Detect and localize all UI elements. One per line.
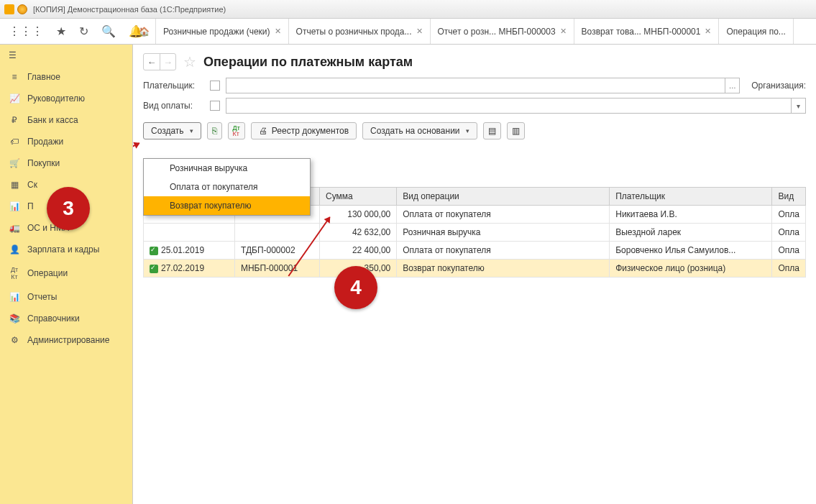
col-header-op[interactable]: Вид операции bbox=[397, 188, 610, 206]
filter-payer-field[interactable] bbox=[226, 78, 725, 93]
menu-item-label: Розничная выручка bbox=[170, 163, 247, 173]
app-dropdown-icon[interactable] bbox=[17, 4, 27, 14]
back-button[interactable]: ← bbox=[144, 54, 160, 70]
hierarchy-button[interactable]: ▤ bbox=[483, 122, 501, 139]
sidebar-label: Руководителю bbox=[27, 93, 85, 104]
cell-sum: 22 400,00 bbox=[319, 242, 396, 260]
sidebar-item-operations[interactable]: ДтКтОперации bbox=[0, 260, 132, 286]
sidebar-item-admin[interactable]: ⚙Администрирование bbox=[0, 329, 132, 351]
filter-paytype-checkbox[interactable] bbox=[210, 101, 220, 111]
sidebar-item-bank[interactable]: ₽Банк и касса bbox=[0, 109, 132, 131]
sidebar-burger[interactable]: ☰ bbox=[0, 45, 132, 66]
cell-sum: 42 632,00 bbox=[319, 224, 396, 242]
tab-4[interactable]: Операция по... bbox=[719, 19, 793, 44]
sidebar-label: Ск bbox=[27, 180, 37, 190]
annotation-marker-3: 3 bbox=[47, 187, 90, 230]
filter-payer-input[interactable]: … bbox=[226, 78, 740, 93]
tab-2[interactable]: Отчет о розн... МНБП-000003✕ bbox=[431, 19, 574, 44]
registry-label: Реестр документов bbox=[272, 126, 349, 136]
ellipsis-icon[interactable]: … bbox=[725, 78, 739, 93]
favorite-star-icon[interactable]: ☆ bbox=[183, 53, 196, 70]
sidebar-label: Справочники bbox=[27, 313, 80, 324]
cell-op: Оплата от покупателя bbox=[397, 242, 610, 260]
filter-payer-checkbox[interactable] bbox=[210, 81, 220, 91]
sidebar: ☰ ≡Главное 📈Руководителю ₽Банк и касса 🏷… bbox=[0, 45, 133, 504]
list-button[interactable]: ▥ bbox=[507, 122, 525, 139]
tab-0[interactable]: Розничные продажи (чеки)✕ bbox=[156, 19, 289, 44]
sidebar-item-purchases[interactable]: 🛒Покупки bbox=[0, 152, 132, 174]
window-title: [КОПИЯ] Демонстрационная база (1С:Предпр… bbox=[33, 5, 226, 14]
action-bar: Создать▾ ⎘ ДтКт 🖨Реестр документов Созда… bbox=[133, 118, 816, 144]
history-icon[interactable]: ↻ bbox=[79, 24, 88, 38]
registry-button[interactable]: 🖨Реестр документов bbox=[251, 122, 357, 139]
sidebar-item-manager[interactable]: 📈Руководителю bbox=[0, 88, 132, 109]
sidebar-label: Отчеты bbox=[27, 292, 57, 302]
tab-home[interactable]: 🏠 bbox=[133, 19, 156, 44]
forward-button[interactable]: → bbox=[160, 54, 175, 70]
page-title: Операции по платежным картам bbox=[203, 55, 413, 70]
cell-date bbox=[144, 224, 235, 242]
sidebar-label: Администрирование bbox=[27, 335, 109, 345]
person-icon: 👤 bbox=[9, 244, 20, 255]
cell-vid: Опла bbox=[772, 242, 806, 260]
create-based-button[interactable]: Создать на основании▾ bbox=[362, 122, 477, 139]
star-icon[interactable]: ★ bbox=[56, 24, 66, 38]
cell-payer: Выездной ларек bbox=[610, 224, 772, 242]
close-icon[interactable]: ✕ bbox=[275, 27, 281, 36]
menu-item-retail[interactable]: Розничная выручка bbox=[144, 159, 310, 178]
cell-num: МНБП-000001 bbox=[234, 260, 319, 278]
tab-label: Отчет о розн... МНБП-000003 bbox=[438, 27, 556, 37]
create-button[interactable]: Создать▾ bbox=[143, 122, 201, 139]
copy-button[interactable]: ⎘ bbox=[207, 122, 222, 139]
close-icon[interactable]: ✕ bbox=[416, 27, 423, 36]
create-label: Создать bbox=[151, 126, 184, 136]
home-icon: ≡ bbox=[9, 72, 20, 82]
tab-3[interactable]: Возврат това... МНБП-000001✕ bbox=[574, 19, 720, 44]
close-icon[interactable]: ✕ bbox=[705, 27, 711, 36]
sidebar-label: Продажи bbox=[27, 137, 63, 147]
search-icon[interactable]: 🔍 bbox=[101, 24, 116, 38]
filter-payer-label: Плательщик: bbox=[143, 81, 204, 91]
sidebar-label: Главное bbox=[27, 72, 60, 82]
menu-item-label: Оплата от покупателя bbox=[170, 182, 257, 192]
cell-date: 25.01.2019 bbox=[144, 242, 235, 260]
sidebar-label: Зарплата и кадры bbox=[27, 244, 99, 255]
menu-item-payment[interactable]: Оплата от покупателя bbox=[144, 178, 310, 196]
col-header-vid[interactable]: Вид bbox=[772, 188, 806, 206]
doc-ok-icon bbox=[150, 265, 158, 273]
tab-1[interactable]: Отчеты о розничных прода...✕ bbox=[289, 19, 431, 44]
chevron-down-icon[interactable]: ▾ bbox=[791, 98, 805, 113]
filter-paytype-field[interactable] bbox=[226, 98, 791, 113]
chart-icon: 📈 bbox=[9, 93, 20, 104]
cell-vid: Опла bbox=[772, 260, 806, 278]
menu-item-return[interactable]: Возврат покупателю bbox=[144, 196, 310, 215]
sidebar-item-main[interactable]: ≡Главное bbox=[0, 66, 132, 88]
print-icon: 🖨 bbox=[259, 126, 267, 136]
cart-icon: 🛒 bbox=[9, 158, 20, 168]
close-icon[interactable]: ✕ bbox=[560, 27, 567, 36]
apps-icon[interactable]: ⋮⋮⋮ bbox=[9, 24, 43, 38]
table-row[interactable]: 25.01.2019 ТДБП-000002 22 400,00 Оплата … bbox=[144, 242, 806, 260]
list-icon: ▥ bbox=[512, 126, 520, 136]
sidebar-item-refs[interactable]: 📚Справочники bbox=[0, 308, 132, 329]
cell-payer: Никитаева И.В. bbox=[610, 206, 772, 224]
sidebar-item-salary[interactable]: 👤Зарплата и кадры bbox=[0, 239, 132, 260]
top-bar: ⋮⋮⋮ ★ ↻ 🔍 🔔 🏠 Розничные продажи (чеки)✕ … bbox=[0, 19, 816, 45]
page-header: ← → ☆ Операции по платежным картам bbox=[133, 45, 816, 78]
bar-icon: 📊 bbox=[9, 201, 20, 211]
table-row[interactable]: 42 632,00 Розничная выручка Выездной лар… bbox=[144, 224, 806, 242]
col-header-sum[interactable]: Сумма bbox=[319, 188, 396, 206]
tab-label: Отчеты о розничных прода... bbox=[296, 27, 412, 37]
sidebar-item-sales[interactable]: 🏷Продажи bbox=[0, 131, 132, 152]
app-icon bbox=[4, 4, 14, 14]
sidebar-item-reports[interactable]: 📊Отчеты bbox=[0, 286, 132, 308]
dtkt-button[interactable]: ДтКт bbox=[228, 122, 245, 139]
table-row[interactable]: 27.02.2019 МНБП-000001 350,00 Возврат по… bbox=[144, 260, 806, 278]
tab-strip: 🏠 Розничные продажи (чеки)✕ Отчеты о роз… bbox=[133, 19, 816, 44]
cell-op: Розничная выручка bbox=[397, 224, 610, 242]
sidebar-label: Банк и касса bbox=[27, 115, 78, 125]
filter-paytype-input[interactable]: ▾ bbox=[226, 98, 806, 114]
cell-payer: Боровченко Илья Самуилов... bbox=[610, 242, 772, 260]
tab-label: Розничные продажи (чеки) bbox=[163, 27, 270, 37]
col-header-payer[interactable]: Плательщик bbox=[610, 188, 772, 206]
